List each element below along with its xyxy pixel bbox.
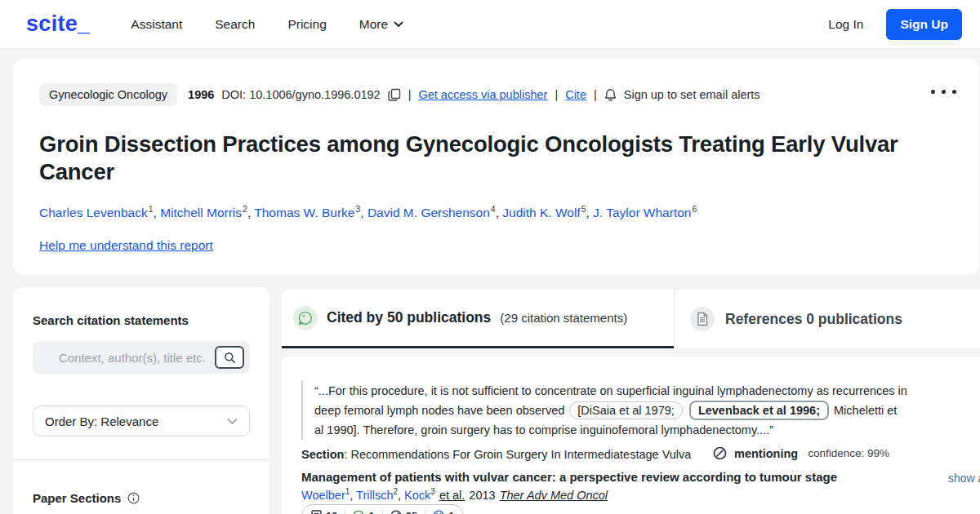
sidebar-divider: [13, 459, 270, 460]
tab-references[interactable]: References 0 publications: [675, 290, 980, 348]
total-citations-count: 10: [326, 510, 337, 514]
total-citations-item: 10: [311, 510, 337, 514]
cited-reference-pill[interactable]: [DiSaia et al 1979;: [569, 401, 683, 419]
paper-title: Groin Dissection Practices among Gynecol…: [39, 131, 913, 186]
publication-year: 1996: [188, 88, 214, 101]
order-by-select[interactable]: Order By: Relevance: [33, 405, 250, 436]
mentioning-icon: [713, 446, 727, 460]
supporting-icon: [353, 510, 364, 514]
citing-paper-year: 2013: [469, 489, 495, 502]
login-link[interactable]: Log In: [828, 17, 863, 32]
more-options-icon[interactable]: [931, 90, 956, 94]
supporting-count: 1: [368, 510, 374, 514]
author-link[interactable]: J. Taylor Wharton6: [593, 206, 697, 219]
tab-cited-by[interactable]: ” Cited by 50 publications (29 citation …: [282, 290, 674, 348]
highlighted-reference-pill[interactable]: Levenback et al 1996;: [689, 401, 829, 420]
citation-quote: “...For this procedure, it is not suffic…: [301, 381, 907, 440]
contrasting-item: 1: [433, 510, 454, 514]
citation-statement-card: “...For this procedure, it is not suffic…: [282, 357, 980, 514]
order-by-value: Order By: Relevance: [45, 414, 158, 428]
scite-logo[interactable]: scite_: [26, 11, 90, 37]
badge-separator: [382, 510, 383, 514]
author-affiliation-sup: 5: [581, 204, 586, 214]
nav-pricing[interactable]: Pricing: [287, 17, 326, 32]
author-link[interactable]: Judith K. Wolf5: [502, 206, 593, 219]
author-link[interactable]: David M. Gershenson4: [368, 206, 502, 219]
classification-label: mentioning: [734, 447, 798, 460]
citing-author-sup: 1: [345, 487, 350, 496]
citation-search-box: [33, 341, 250, 374]
badge-separator: [425, 510, 425, 514]
mentioning-item: 25: [390, 510, 417, 514]
citing-author-link[interactable]: Trillsch2: [356, 489, 404, 502]
separator: [555, 88, 558, 101]
author-name: Charles Levenback: [39, 206, 148, 219]
smart-citation-badge[interactable]: 10 1 25 1: [301, 504, 464, 514]
nav-assistant[interactable]: Assistant: [131, 17, 182, 32]
citing-paper-authors: Woelber1Trillsch2Kock3et al.2013Ther Adv…: [301, 487, 608, 502]
author-affiliation-sup: 6: [692, 204, 697, 214]
author-name: Judith K. Wolf: [502, 206, 580, 219]
contrasting-icon: [433, 510, 444, 514]
paper-sections-heading: Paper Sections: [33, 491, 140, 505]
citing-paper-title[interactable]: Management of patients with vulvar cance…: [301, 470, 938, 484]
citing-paper-journal[interactable]: Ther Adv Med Oncol: [500, 489, 608, 502]
nav-more-label: More: [359, 17, 388, 32]
publisher-access-link[interactable]: Get access via publisher: [418, 88, 547, 101]
mentioning-count: 25: [406, 510, 417, 514]
cited-by-label: Cited by 50 publications: [327, 309, 491, 326]
help-understand-link[interactable]: Help me understand this report: [39, 238, 213, 253]
svg-text:”: ”: [302, 314, 305, 321]
mentioning-icon: [390, 510, 402, 514]
author-link[interactable]: Thomas W. Burke3: [254, 206, 368, 219]
citing-author-sup: 3: [430, 487, 435, 496]
paper-card: Gynecologic Oncology 1996 DOI: 10.1006/g…: [13, 59, 979, 274]
nav-search[interactable]: Search: [215, 17, 255, 32]
search-citations-heading: Search citation statements: [33, 313, 189, 327]
badge-separator: [345, 510, 345, 514]
citing-author-link[interactable]: Kock3: [404, 489, 435, 502]
search-icon: [224, 352, 236, 364]
author-link[interactable]: Mitchell Morris2: [160, 206, 254, 219]
show-abstract-link[interactable]: show abstract: [948, 472, 980, 485]
supporting-item: 1: [353, 510, 374, 514]
bell-icon[interactable]: [604, 88, 617, 102]
citing-author-name: Trillsch: [356, 489, 393, 502]
author-link[interactable]: Charles Levenback1: [39, 206, 160, 219]
author-name: Mitchell Morris: [160, 206, 242, 219]
citation-quote-icon: ”: [293, 306, 318, 330]
top-navbar: scite_ Assistant Search Pricing More Log…: [0, 0, 980, 49]
citing-author-sup: 2: [393, 487, 398, 496]
email-alerts-text[interactable]: Sign up to set email alerts: [624, 88, 760, 101]
search-submit-button[interactable]: [215, 346, 244, 369]
signup-button[interactable]: Sign Up: [886, 9, 962, 40]
author-affiliation-sup: 3: [355, 204, 360, 214]
cite-link[interactable]: Cite: [565, 88, 586, 101]
citation-search-sidebar: Search citation statements Order By: Rel…: [13, 287, 270, 514]
section-row: Section: Recommendations For Groin Surge…: [301, 448, 691, 461]
separator: [408, 88, 412, 101]
author-list: Charles Levenback1Mitchell Morris2Thomas…: [39, 204, 697, 220]
chevron-down-icon: [227, 418, 238, 425]
document-icon: [690, 307, 715, 331]
et-al-link[interactable]: et al.: [439, 489, 465, 502]
nav-more[interactable]: More: [359, 17, 403, 32]
citation-statements-count: (29 citation statements): [500, 311, 627, 325]
main-nav: Assistant Search Pricing More: [131, 17, 403, 32]
section-value: : Recommendations For Groin Surgery In I…: [344, 448, 691, 461]
author-name: J. Taylor Wharton: [593, 206, 691, 219]
paper-meta-row: Gynecologic Oncology 1996 DOI: 10.1006/g…: [39, 83, 760, 106]
paper-sections-label: Paper Sections: [33, 491, 121, 505]
copy-doi-icon[interactable]: [388, 88, 401, 101]
author-name: David M. Gershenson: [368, 206, 490, 219]
journal-badge[interactable]: Gynecologic Oncology: [39, 83, 177, 106]
citing-author-link[interactable]: Woelber1: [301, 489, 356, 502]
separator: [594, 88, 597, 101]
references-label: References 0 publications: [725, 311, 902, 328]
contrasting-count: 1: [448, 510, 454, 514]
info-icon[interactable]: [127, 492, 140, 504]
doi-text: DOI: 10.1006/gyno.1996.0192: [221, 88, 380, 101]
confidence-text: confidence: 99%: [808, 447, 889, 459]
section-label: Section: [301, 448, 344, 461]
chevron-down-icon: [394, 21, 403, 28]
